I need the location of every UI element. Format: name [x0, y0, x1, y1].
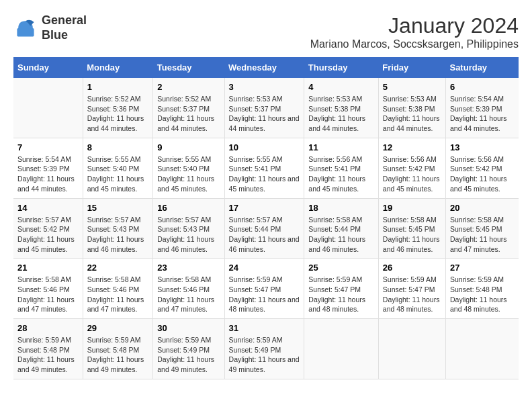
day-number: 18	[308, 203, 373, 213]
day-cell: 27Sunrise: 5:59 AMSunset: 5:48 PMDayligh…	[445, 259, 519, 319]
day-number: 3	[229, 82, 300, 92]
day-cell: 5Sunrise: 5:53 AMSunset: 5:38 PMDaylight…	[378, 78, 445, 138]
day-cell: 6Sunrise: 5:54 AMSunset: 5:39 PMDaylight…	[445, 78, 519, 138]
day-cell	[13, 78, 83, 138]
day-cell: 22Sunrise: 5:58 AMSunset: 5:46 PMDayligh…	[83, 259, 153, 319]
day-number: 17	[229, 203, 300, 213]
day-info: Sunrise: 5:57 AMSunset: 5:44 PMDaylight:…	[229, 215, 300, 255]
header-cell-thursday: Thursday	[304, 57, 378, 78]
day-info: Sunrise: 5:59 AMSunset: 5:48 PMDaylight:…	[17, 335, 79, 375]
day-cell: 25Sunrise: 5:59 AMSunset: 5:47 PMDayligh…	[304, 259, 378, 319]
day-number: 7	[17, 142, 79, 152]
day-cell: 1Sunrise: 5:52 AMSunset: 5:36 PMDaylight…	[83, 78, 153, 138]
week-row-5: 28Sunrise: 5:59 AMSunset: 5:48 PMDayligh…	[13, 319, 519, 379]
day-number: 16	[157, 203, 220, 213]
day-cell: 28Sunrise: 5:59 AMSunset: 5:48 PMDayligh…	[13, 319, 83, 379]
day-cell	[378, 319, 445, 379]
calendar-header: SundayMondayTuesdayWednesdayThursdayFrid…	[13, 57, 519, 78]
day-cell: 4Sunrise: 5:53 AMSunset: 5:38 PMDaylight…	[304, 78, 378, 138]
day-info: Sunrise: 5:59 AMSunset: 5:47 PMDaylight:…	[308, 275, 373, 314]
day-number: 23	[157, 263, 220, 273]
day-cell: 14Sunrise: 5:57 AMSunset: 5:42 PMDayligh…	[13, 198, 83, 259]
day-number: 27	[450, 263, 515, 273]
week-row-2: 7Sunrise: 5:54 AMSunset: 5:39 PMDaylight…	[13, 138, 519, 198]
day-cell: 30Sunrise: 5:59 AMSunset: 5:49 PMDayligh…	[153, 319, 224, 379]
header-cell-monday: Monday	[83, 57, 153, 78]
day-cell: 3Sunrise: 5:53 AMSunset: 5:37 PMDaylight…	[224, 78, 304, 138]
day-cell: 21Sunrise: 5:58 AMSunset: 5:46 PMDayligh…	[13, 259, 83, 319]
day-info: Sunrise: 5:54 AMSunset: 5:39 PMDaylight:…	[17, 154, 79, 194]
day-number: 31	[229, 323, 300, 333]
header-cell-friday: Friday	[378, 57, 445, 78]
day-info: Sunrise: 5:54 AMSunset: 5:39 PMDaylight:…	[450, 94, 515, 134]
day-number: 24	[229, 263, 300, 273]
logo-text: General Blue	[42, 13, 87, 42]
day-cell: 24Sunrise: 5:59 AMSunset: 5:47 PMDayligh…	[224, 259, 304, 319]
header-cell-sunday: Sunday	[13, 57, 83, 78]
day-info: Sunrise: 5:55 AMSunset: 5:41 PMDaylight:…	[229, 154, 300, 194]
day-cell: 15Sunrise: 5:57 AMSunset: 5:43 PMDayligh…	[83, 198, 153, 259]
day-info: Sunrise: 5:58 AMSunset: 5:44 PMDaylight:…	[308, 215, 373, 255]
day-info: Sunrise: 5:59 AMSunset: 5:47 PMDaylight:…	[383, 275, 441, 314]
day-cell: 17Sunrise: 5:57 AMSunset: 5:44 PMDayligh…	[224, 198, 304, 259]
day-number: 1	[87, 82, 149, 92]
day-info: Sunrise: 5:58 AMSunset: 5:45 PMDaylight:…	[450, 215, 515, 255]
day-info: Sunrise: 5:59 AMSunset: 5:48 PMDaylight:…	[450, 275, 515, 314]
day-cell	[304, 319, 378, 379]
day-number: 15	[87, 203, 149, 213]
day-number: 21	[17, 263, 79, 273]
day-number: 30	[157, 323, 220, 333]
day-cell: 12Sunrise: 5:56 AMSunset: 5:42 PMDayligh…	[378, 138, 445, 198]
day-cell: 11Sunrise: 5:56 AMSunset: 5:41 PMDayligh…	[304, 138, 378, 198]
week-row-1: 1Sunrise: 5:52 AMSunset: 5:36 PMDaylight…	[13, 78, 519, 138]
day-number: 4	[308, 82, 373, 92]
logo-icon	[13, 16, 38, 40]
day-info: Sunrise: 5:52 AMSunset: 5:37 PMDaylight:…	[157, 94, 220, 134]
day-cell: 18Sunrise: 5:58 AMSunset: 5:44 PMDayligh…	[304, 198, 378, 259]
calendar-body: 1Sunrise: 5:52 AMSunset: 5:36 PMDaylight…	[13, 78, 519, 379]
header-cell-wednesday: Wednesday	[224, 57, 304, 78]
day-cell: 19Sunrise: 5:58 AMSunset: 5:45 PMDayligh…	[378, 198, 445, 259]
day-info: Sunrise: 5:56 AMSunset: 5:42 PMDaylight:…	[450, 154, 515, 194]
day-cell: 29Sunrise: 5:59 AMSunset: 5:48 PMDayligh…	[83, 319, 153, 379]
day-number: 29	[87, 323, 149, 333]
day-number: 13	[450, 142, 515, 152]
day-number: 19	[383, 203, 441, 213]
svg-rect-0	[17, 28, 34, 37]
header-row: SundayMondayTuesdayWednesdayThursdayFrid…	[13, 57, 519, 78]
day-number: 10	[229, 142, 300, 152]
day-info: Sunrise: 5:53 AMSunset: 5:37 PMDaylight:…	[229, 94, 300, 134]
day-number: 9	[157, 142, 220, 152]
day-info: Sunrise: 5:58 AMSunset: 5:45 PMDaylight:…	[383, 215, 441, 255]
day-info: Sunrise: 5:59 AMSunset: 5:49 PMDaylight:…	[229, 335, 300, 375]
day-info: Sunrise: 5:59 AMSunset: 5:49 PMDaylight:…	[157, 335, 220, 375]
week-row-4: 21Sunrise: 5:58 AMSunset: 5:46 PMDayligh…	[13, 259, 519, 319]
day-info: Sunrise: 5:59 AMSunset: 5:47 PMDaylight:…	[229, 275, 300, 314]
day-number: 14	[17, 203, 79, 213]
day-number: 11	[308, 142, 373, 152]
day-info: Sunrise: 5:55 AMSunset: 5:40 PMDaylight:…	[157, 154, 220, 194]
day-info: Sunrise: 5:55 AMSunset: 5:40 PMDaylight:…	[87, 154, 149, 194]
day-number: 6	[450, 82, 515, 92]
day-info: Sunrise: 5:58 AMSunset: 5:46 PMDaylight:…	[157, 275, 220, 314]
day-cell: 8Sunrise: 5:55 AMSunset: 5:40 PMDaylight…	[83, 138, 153, 198]
day-number: 5	[383, 82, 441, 92]
day-info: Sunrise: 5:53 AMSunset: 5:38 PMDaylight:…	[308, 94, 373, 134]
day-number: 12	[383, 142, 441, 152]
day-cell: 13Sunrise: 5:56 AMSunset: 5:42 PMDayligh…	[445, 138, 519, 198]
page-header: General Blue January 2024 Mariano Marcos…	[13, 13, 519, 50]
day-cell: 26Sunrise: 5:59 AMSunset: 5:47 PMDayligh…	[378, 259, 445, 319]
logo: General Blue	[13, 13, 87, 42]
day-info: Sunrise: 5:57 AMSunset: 5:43 PMDaylight:…	[87, 215, 149, 255]
calendar-title: January 2024	[310, 13, 519, 38]
day-number: 2	[157, 82, 220, 92]
day-info: Sunrise: 5:52 AMSunset: 5:36 PMDaylight:…	[87, 94, 149, 134]
header-cell-saturday: Saturday	[445, 57, 519, 78]
day-info: Sunrise: 5:56 AMSunset: 5:42 PMDaylight:…	[383, 154, 441, 194]
day-info: Sunrise: 5:53 AMSunset: 5:38 PMDaylight:…	[383, 94, 441, 134]
day-cell: 16Sunrise: 5:57 AMSunset: 5:43 PMDayligh…	[153, 198, 224, 259]
day-info: Sunrise: 5:57 AMSunset: 5:42 PMDaylight:…	[17, 215, 79, 255]
week-row-3: 14Sunrise: 5:57 AMSunset: 5:42 PMDayligh…	[13, 198, 519, 259]
day-number: 25	[308, 263, 373, 273]
day-info: Sunrise: 5:58 AMSunset: 5:46 PMDaylight:…	[87, 275, 149, 314]
